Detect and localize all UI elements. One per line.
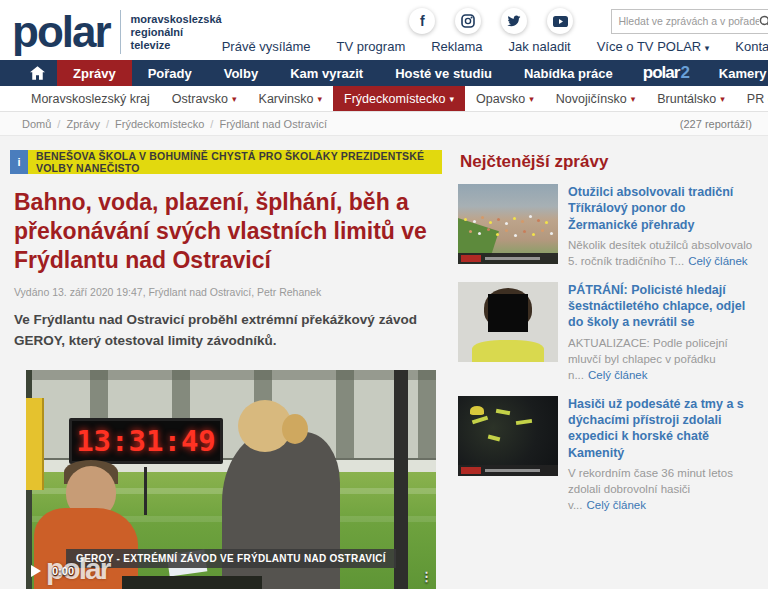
- search-input[interactable]: [618, 15, 759, 27]
- thumbnail-shirt: [472, 340, 544, 362]
- chevron-down-icon: ▾: [705, 43, 710, 53]
- thumbnail-caption-bar: [458, 465, 558, 476]
- sidebar-item-body: Otužilci absolvovali tradiční Tříkrálový…: [568, 184, 754, 269]
- chevron-down-icon: ▾: [317, 94, 322, 104]
- logo-wordmark: polar: [12, 10, 110, 54]
- thumbnail-caption-line: [485, 257, 540, 260]
- region-ostravsko[interactable]: Ostravsko▾: [161, 86, 248, 111]
- chevron-down-icon: ▾: [232, 94, 237, 104]
- list-item[interactable]: Otužilci absolvovali tradiční Tříkrálový…: [458, 184, 754, 269]
- thumbnail-reflective-stripe: [472, 416, 488, 425]
- sidebar-item-title[interactable]: Hasiči už podesáté za tmy a s dýchacími …: [568, 396, 754, 461]
- sidebar-item-title[interactable]: Otužilci absolvovali tradiční Tříkrálový…: [568, 184, 754, 233]
- breadcrumb-domu[interactable]: Domů: [22, 118, 51, 130]
- link-prave-vysilame[interactable]: Právě vysíláme: [222, 39, 311, 54]
- video-scene-table: [122, 576, 262, 589]
- article-column: i BENEŠOVA ŠKOLA V BOHUMÍNĚ CHYSTÁ PRO Š…: [10, 150, 442, 589]
- nav-item-nabidka-prace[interactable]: Nabídka práce: [508, 60, 629, 86]
- nav-item-volby[interactable]: Volby: [208, 60, 274, 86]
- breadcrumb-zpravy[interactable]: Zprávy: [66, 118, 100, 130]
- sidebar-item-body: Hasiči už podesáté za tmy a s dýchacími …: [568, 396, 754, 513]
- race-clock: 13:31:49: [69, 418, 223, 464]
- sidebar-item-snippet: Několik desítek otužilců absolvovalo 5. …: [568, 237, 754, 269]
- breadcrumb-separator: /: [210, 118, 213, 130]
- header-right: f Právě vysíláme TV program: [222, 0, 768, 60]
- region-karvinsko[interactable]: Karvinsko▾: [248, 86, 333, 111]
- breadcrumb-frydlant[interactable]: Frýdlant nad Ostravicí: [219, 118, 327, 130]
- social-links: f: [409, 8, 573, 34]
- article-thumbnail-firefighters[interactable]: [458, 396, 558, 476]
- thumbnail-reflective-stripe: [488, 435, 501, 442]
- page-content: i BENEŠOVA ŠKOLA V BOHUMÍNĚ CHYSTÁ PRO Š…: [0, 136, 768, 589]
- read-more-link[interactable]: Celý článek: [688, 255, 747, 267]
- region-bruntalsko[interactable]: Bruntálsko▾: [646, 86, 736, 111]
- polar-watermark: [461, 467, 481, 474]
- chevron-down-icon: ▾: [529, 94, 534, 104]
- search-box: [611, 9, 768, 34]
- thumbnail-caption-line: [485, 469, 540, 472]
- breadcrumb-separator: /: [57, 118, 60, 130]
- link-jak-naladit[interactable]: Jak naladit: [509, 39, 571, 54]
- news-ticker[interactable]: i BENEŠOVA ŠKOLA V BOHUMÍNĚ CHYSTÁ PRO Š…: [10, 150, 442, 174]
- nav-item-zpravy[interactable]: Zprávy: [57, 60, 132, 86]
- link-vice-o-tv-polar[interactable]: Více o TV POLAR ▾: [597, 39, 710, 54]
- video-scene-board: [26, 398, 44, 490]
- chevron-down-icon: ▾: [449, 94, 454, 104]
- thumbnail-censor-box: [488, 294, 528, 332]
- video-scene-wall-shade: [26, 370, 436, 380]
- site-logo[interactable]: polar moravskoslezská regionální televiz…: [12, 0, 222, 60]
- instagram-icon[interactable]: [455, 8, 481, 34]
- sidebar-item-snippet: V rekordním čase 36 minut letos zdolali …: [568, 465, 754, 513]
- breadcrumb-trail: Domů / Zprávy / Frýdeckomístecko / Frýdl…: [22, 118, 327, 130]
- link-kontakt[interactable]: Kontakt: [735, 39, 768, 54]
- breadcrumb: Domů / Zprávy / Frýdeckomístecko / Frýdl…: [0, 112, 768, 136]
- region-opavsko[interactable]: Opavsko▾: [465, 86, 545, 111]
- video-scene-tripod: [394, 370, 408, 589]
- nav-item-porady[interactable]: Pořady: [132, 60, 208, 86]
- nav-item-hoste-ve-studiu[interactable]: Hosté ve studiu: [379, 60, 508, 86]
- chevron-down-icon: ▾: [720, 94, 725, 104]
- sidebar-item-snippet: AKTUALIZACE: Podle policejní mluvčí byl …: [568, 335, 754, 383]
- site-header: polar moravskoslezská regionální televiz…: [0, 0, 768, 60]
- facebook-icon[interactable]: f: [409, 8, 435, 34]
- breadcrumb-separator: /: [106, 118, 109, 130]
- home-icon[interactable]: [18, 60, 57, 86]
- list-item[interactable]: Hasiči už podesáté za tmy a s dýchacími …: [458, 396, 754, 513]
- polar2-logo[interactable]: polar2: [629, 60, 703, 86]
- most-read-sidebar: Nejčtenější zprávy Otužilci absolvovali …: [458, 150, 754, 589]
- info-icon: i: [10, 150, 28, 174]
- region-novojicinsko[interactable]: Novojičínsko▾: [545, 86, 646, 111]
- video-caption: GEROY - EXTRÉMNÍ ZÁVOD VE FRÝDLANTU NAD …: [66, 549, 396, 568]
- thumbnail-reflective-stripe: [496, 409, 510, 415]
- polar-watermark: [461, 255, 481, 262]
- article-lead: Ve Frýdlantu nad Ostravicí proběhl extré…: [14, 310, 442, 352]
- play-button[interactable]: [31, 565, 41, 577]
- ticker-text[interactable]: BENEŠOVA ŠKOLA V BOHUMÍNĚ CHYSTÁ PRO ŠKO…: [28, 150, 442, 174]
- link-reklama[interactable]: Reklama: [431, 39, 482, 54]
- thumbnail-helmet: [470, 406, 484, 415]
- report-count: (227 reportáží): [680, 118, 752, 130]
- video-menu-icon[interactable]: ⋮: [420, 574, 433, 580]
- video-player[interactable]: 13:31:49 GEROY - EXTRÉMNÍ ZÁVOD VE FRÝDL…: [26, 370, 436, 589]
- sidebar-heading: Nejčtenější zprávy: [460, 152, 754, 172]
- list-item[interactable]: PÁTRÁNÍ: Policisté hledají šestnáctileté…: [458, 282, 754, 383]
- twitter-icon[interactable]: [501, 8, 527, 34]
- sidebar-item-title[interactable]: PÁTRÁNÍ: Policisté hledají šestnáctileté…: [568, 282, 754, 331]
- read-more-link[interactable]: Celý článek: [588, 369, 647, 381]
- region-pr-clanky[interactable]: PR články: [736, 86, 768, 111]
- breadcrumb-frydeckomistecko[interactable]: Frýdeckomístecko: [115, 118, 204, 130]
- article-byline: Vydáno 13. září 2020 19:47, Frýdlant nad…: [14, 286, 442, 298]
- search-icon[interactable]: [759, 15, 768, 28]
- link-tv-program[interactable]: TV program: [337, 39, 406, 54]
- video-timestamp: 0:00: [52, 565, 74, 577]
- read-more-link[interactable]: Celý článek: [586, 499, 645, 511]
- video-scene-ponytail: [282, 414, 308, 444]
- nav-item-kamery[interactable]: Kamery: [703, 60, 768, 86]
- article-thumbnail-swimmers[interactable]: [458, 184, 558, 264]
- nav-item-kam-vyrazit[interactable]: Kam vyrazit: [274, 60, 379, 86]
- article-thumbnail-missing-boy[interactable]: [458, 282, 558, 362]
- header-links-row: Právě vysíláme TV program Reklama Jak na…: [222, 39, 768, 54]
- region-frydeckomistecko[interactable]: Frýdeckomístecko▾: [333, 86, 465, 111]
- region-moravskoslezsky-kraj[interactable]: Moravskoslezský kraj: [20, 86, 161, 111]
- youtube-icon[interactable]: [547, 8, 573, 34]
